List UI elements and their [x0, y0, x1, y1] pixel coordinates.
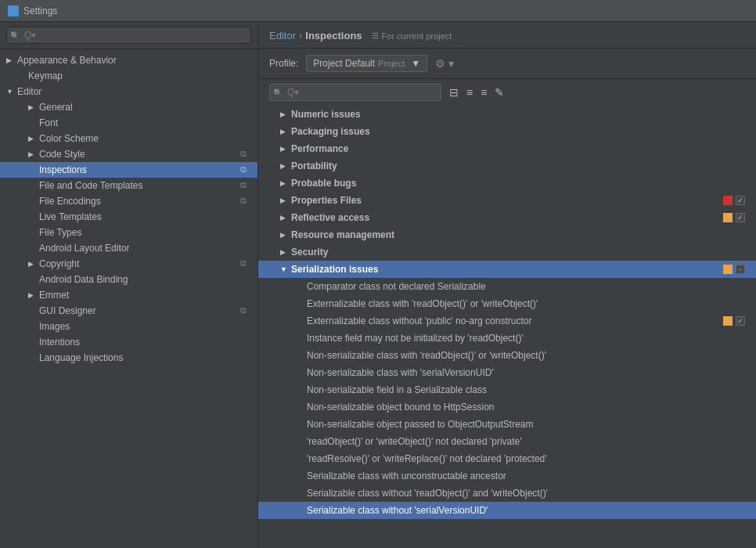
inspection-item-readobject-not-private[interactable]: 'readObject()' or 'writeObject()' not de…: [258, 433, 756, 450]
inspection-item-externalizable-no-arg[interactable]: Externalizable class without 'public' no…: [258, 312, 756, 330]
expand-all-icon[interactable]: ≡: [465, 85, 474, 100]
inspection-label: Packaging issues: [291, 126, 720, 137]
sidebar-item-label: Intentions: [39, 337, 251, 348]
sidebar-item-label: Images: [39, 321, 251, 332]
inspection-label: Numeric issues: [291, 109, 720, 120]
inspection-item-externalizable-readobject[interactable]: Externalizable class with 'readObject()'…: [258, 295, 756, 312]
toolbar-icons: ⊟ ≡ ≡ ✎: [448, 85, 506, 100]
inspection-label: Serializable class without 'readObject()…: [307, 488, 720, 499]
insp-arrow: ▶: [280, 196, 291, 204]
inspection-item-non-serializable-readobject[interactable]: Non-serializable class with 'readObject(…: [258, 347, 756, 364]
sidebar-search-container: [0, 22, 257, 49]
sidebar-item-android-data-binding[interactable]: Android Data Binding: [0, 272, 257, 287]
breadcrumb-tag-text: For current project: [382, 31, 452, 41]
tree-arrow: ▶: [28, 260, 39, 268]
sidebar-item-label: File Encodings: [39, 196, 237, 207]
tree-arrow: ▶: [28, 103, 39, 111]
sidebar-item-label: Android Data Binding: [39, 274, 251, 285]
clear-icon[interactable]: ✎: [493, 85, 506, 100]
check-box[interactable]: ✓: [736, 316, 745, 326]
inspection-item-comparator-not-serializable[interactable]: Comparator class not declared Serializab…: [258, 278, 756, 295]
profile-gear-button[interactable]: ⚙ ▾: [435, 57, 454, 70]
sidebar-item-emmet[interactable]: ▶ Emmet: [0, 287, 257, 303]
tree-arrow: ▶: [28, 135, 39, 142]
sidebar-item-file-types[interactable]: File Types: [0, 225, 257, 240]
inspection-label: Probable bugs: [291, 178, 720, 189]
inspection-item-non-serializable-httpsession[interactable]: Non-serializable object bound to HttpSes…: [258, 398, 756, 416]
sidebar-item-editor[interactable]: ▼ Editor: [0, 84, 257, 99]
sidebar-item-file-encodings[interactable]: File Encodings ⧉: [0, 193, 257, 209]
inspection-item-non-serializable-uid[interactable]: Non-serializable class with 'serialVersi…: [258, 364, 756, 381]
sidebar-item-language-injections[interactable]: Language Injections: [0, 350, 257, 366]
filter-icon[interactable]: ⊟: [448, 85, 460, 100]
inspection-label: Externalizable class with 'readObject()'…: [307, 298, 720, 309]
sidebar-item-label: Color Scheme: [39, 133, 251, 144]
inspection-item-serializable-no-uid[interactable]: Serializable class without 'serialVersio…: [258, 502, 756, 519]
inspection-item-readresolve-not-protected[interactable]: 'readResolve()' or 'writeReplace()' not …: [258, 450, 756, 467]
check-box[interactable]: ✓: [736, 213, 745, 222]
inspection-item-numeric-issues[interactable]: ▶ Numeric issues: [258, 106, 756, 123]
insp-arrow: ▶: [280, 248, 291, 256]
sidebar-item-appearance[interactable]: ▶ Appearance & Behavior: [0, 52, 257, 68]
inspection-item-resource-management[interactable]: ▶ Resource management: [258, 226, 756, 243]
sidebar-item-code-style[interactable]: ▶ Code Style ⧉: [0, 146, 257, 162]
inspection-item-properties-files[interactable]: ▶ Properties Files ✓: [258, 192, 756, 209]
sidebar-item-gui-designer[interactable]: GUI Designer ⧉: [0, 303, 257, 319]
breadcrumb: Editor › Inspections For current project: [258, 22, 756, 49]
inspection-label: Performance: [291, 143, 720, 154]
sidebar-item-label: General: [39, 102, 251, 113]
severity-indicator: [723, 316, 733, 326]
inspection-item-non-serializable-field[interactable]: Non-serializable field in a Serializable…: [258, 381, 756, 398]
check-box[interactable]: -: [736, 265, 745, 274]
sidebar-item-android-layout-editor[interactable]: Android Layout Editor: [0, 240, 257, 256]
inspection-label: 'readResolve()' or 'writeReplace()' not …: [307, 453, 720, 464]
inspection-item-serialization-issues[interactable]: ▼ Serialization issues -: [258, 261, 756, 278]
severity-indicator: [723, 196, 733, 205]
title-bar-text: Settings: [23, 5, 57, 16]
inspection-item-reflective-access[interactable]: ▶ Reflective access ✓: [258, 209, 756, 226]
check-box[interactable]: ✓: [736, 196, 745, 205]
inspection-label: 'readObject()' or 'writeObject()' not de…: [307, 436, 720, 447]
inspection-item-performance[interactable]: ▶ Performance: [258, 140, 756, 157]
sidebar-item-label: File Types: [39, 227, 251, 238]
severity-indicator: [723, 265, 733, 274]
inspection-label: Resource management: [291, 229, 720, 240]
inspection-item-instance-field-readobject[interactable]: Instance field may not be initialized by…: [258, 330, 756, 347]
sidebar-item-intentions[interactable]: Intentions: [0, 334, 257, 350]
inspection-label: Non-serializable class with 'serialVersi…: [307, 367, 720, 378]
sidebar: ▶ Appearance & Behavior Keymap ▼ Editor …: [0, 22, 258, 548]
sidebar-item-general[interactable]: ▶ General: [0, 99, 257, 115]
sidebar-item-live-templates[interactable]: Live Templates: [0, 209, 257, 225]
inspection-tree: ▶ Numeric issues ▶ Packaging issues ▶ Pe…: [258, 106, 756, 548]
sidebar-item-images[interactable]: Images: [0, 319, 257, 334]
sidebar-item-label: Appearance & Behavior: [17, 55, 251, 66]
inspection-item-packaging-issues[interactable]: ▶ Packaging issues: [258, 123, 756, 140]
inspection-label: Portability: [291, 160, 720, 171]
sidebar-item-copyright[interactable]: ▶ Copyright ⧉: [0, 256, 257, 272]
tree-arrow: ▶: [28, 291, 39, 299]
inspection-item-probable-bugs[interactable]: ▶ Probable bugs: [258, 175, 756, 192]
inspection-item-security[interactable]: ▶ Security: [258, 243, 756, 261]
inspection-label: Properties Files: [291, 195, 720, 206]
sidebar-search-input[interactable]: [6, 27, 251, 44]
profile-dropdown-icon: ▼: [411, 58, 420, 69]
sidebar-tree: ▶ Appearance & Behavior Keymap ▼ Editor …: [0, 49, 257, 548]
inspection-label: Comparator class not declared Serializab…: [307, 281, 720, 292]
sidebar-item-inspections[interactable]: Inspections ⧉: [0, 162, 257, 178]
sidebar-item-file-code-templates[interactable]: File and Code Templates ⧉: [0, 178, 257, 193]
inspection-item-non-serializable-outputstream[interactable]: Non-serializable object passed to Object…: [258, 416, 756, 433]
breadcrumb-current: Inspections: [305, 30, 362, 41]
inspection-item-portability[interactable]: ▶ Portability: [258, 157, 756, 175]
inspection-item-serializable-no-readwrite[interactable]: Serializable class without 'readObject()…: [258, 485, 756, 502]
inspection-item-serializable-unconstructable[interactable]: Serializable class with unconstructable …: [258, 467, 756, 485]
breadcrumb-tag: For current project: [372, 31, 452, 41]
collapse-all-icon[interactable]: ≡: [479, 85, 488, 100]
sidebar-item-font[interactable]: Font: [0, 115, 257, 131]
profile-select[interactable]: Project Default Project ▼: [306, 55, 427, 72]
breadcrumb-parent[interactable]: Editor: [269, 30, 296, 41]
inspection-search-input[interactable]: [269, 84, 441, 101]
sidebar-item-color-scheme[interactable]: ▶ Color Scheme: [0, 131, 257, 146]
sidebar-item-keymap[interactable]: Keymap: [0, 68, 257, 84]
sidebar-item-label: GUI Designer: [39, 305, 237, 316]
sidebar-item-label: File and Code Templates: [39, 180, 237, 191]
